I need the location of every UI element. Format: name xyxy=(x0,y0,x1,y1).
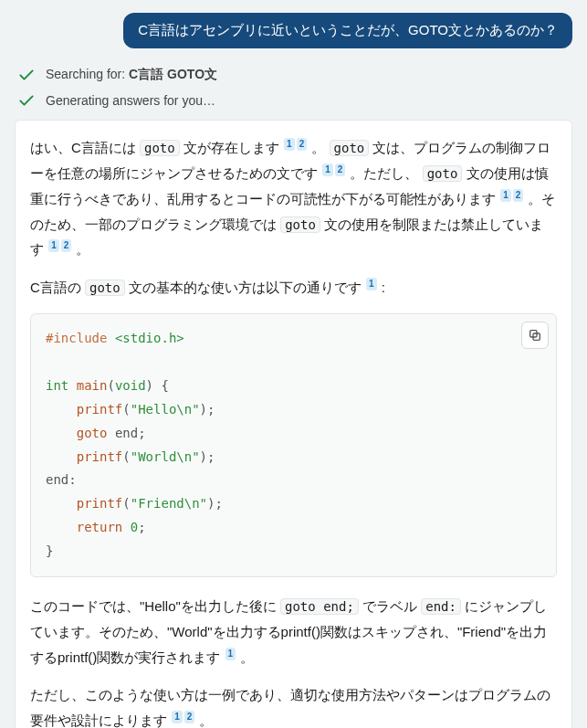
status-generating: Generating answers for you… xyxy=(16,90,572,111)
answer-paragraph-1: はい、C言語には goto 文が存在します 12 。 goto 文は、プログラム… xyxy=(30,135,557,262)
code-goto: goto xyxy=(140,140,180,156)
code-goto: goto xyxy=(423,165,463,182)
citation-1[interactable]: 1 xyxy=(366,278,377,290)
citation-1[interactable]: 1 xyxy=(500,189,511,202)
answer-paragraph-4: ただし、このような使い方は一例であり、適切な使用方法やパターンはプログラムの要件… xyxy=(30,682,557,728)
code-goto-end: goto end; xyxy=(280,598,359,615)
status-searching: Searching for: C言語 GOTO文 xyxy=(16,65,572,85)
code-block: #include <stdio.h> int main(void) { prin… xyxy=(30,313,557,577)
answer-paragraph-2: C言語の goto 文の基本的な使い方は以下の通りです 1 : xyxy=(30,275,557,301)
citation-2[interactable]: 2 xyxy=(184,711,195,723)
citation-1[interactable]: 1 xyxy=(284,138,295,151)
check-icon xyxy=(16,90,37,111)
searching-query: C言語 GOTO文 xyxy=(129,67,217,81)
searching-prefix: Searching for: xyxy=(46,67,129,81)
citation-1[interactable]: 1 xyxy=(225,648,236,660)
citation-1[interactable]: 1 xyxy=(172,711,183,723)
copy-icon xyxy=(528,328,542,343)
citation-2[interactable]: 2 xyxy=(61,239,72,252)
generating-text: Generating answers for you… xyxy=(46,93,215,108)
citation-2[interactable]: 2 xyxy=(513,189,524,202)
code-goto: goto xyxy=(330,140,370,156)
user-message-bubble: C言語はアセンブリに近いということだが、GOTO文とかあるのか？ xyxy=(123,13,572,48)
citation-2[interactable]: 2 xyxy=(297,138,308,151)
check-icon xyxy=(16,65,37,85)
answer-paragraph-3: このコードでは、"Hello"を出力した後に goto end; でラベル en… xyxy=(30,594,557,670)
code-goto: goto xyxy=(85,280,125,296)
searching-text: Searching for: C言語 GOTO文 xyxy=(46,67,217,83)
copy-code-button[interactable] xyxy=(521,322,549,349)
code-end-label: end: xyxy=(421,598,461,615)
citation-1[interactable]: 1 xyxy=(322,164,333,176)
citation-2[interactable]: 2 xyxy=(335,164,346,176)
answer-card: はい、C言語には goto 文が存在します 12 。 goto 文は、プログラム… xyxy=(15,120,572,728)
code-goto: goto xyxy=(280,216,320,233)
citation-1[interactable]: 1 xyxy=(48,239,59,252)
